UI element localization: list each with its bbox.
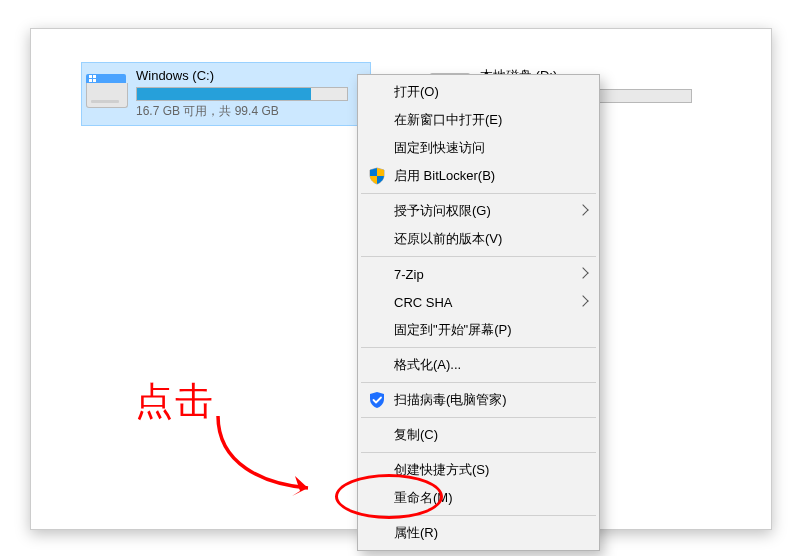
menu-separator [361,452,596,453]
menu-bitlocker[interactable]: 启用 BitLocker(B) [360,162,597,190]
menu-properties[interactable]: 属性(R) [360,519,597,547]
menu-separator [361,256,596,257]
menu-separator [361,382,596,383]
menu-pin-quick-access[interactable]: 固定到快速访问 [360,134,597,162]
menu-crc-sha[interactable]: CRC SHA [360,288,597,316]
menu-scan-virus[interactable]: 扫描病毒(电脑管家) [360,386,597,414]
menu-separator [361,417,596,418]
chevron-right-icon [577,267,588,278]
menu-separator [361,515,596,516]
menu-open[interactable]: 打开(O) [360,78,597,106]
drive-c[interactable]: Windows (C:) 16.7 GB 可用，共 99.4 GB [81,62,371,126]
menu-copy[interactable]: 复制(C) [360,421,597,449]
menu-rename[interactable]: 重命名(M) [360,484,597,512]
drive-c-usage-bar [136,87,348,101]
menu-restore-previous[interactable]: 还原以前的版本(V) [360,225,597,253]
chevron-right-icon [577,295,588,306]
chevron-right-icon [577,204,588,215]
explorer-window: Windows (C:) 16.7 GB 可用，共 99.4 GB 本地磁盘 (… [30,28,772,530]
shield-icon [368,167,386,185]
context-menu: 打开(O) 在新窗口中打开(E) 固定到快速访问 启用 BitLocker(B)… [357,74,600,551]
menu-format[interactable]: 格式化(A)... [360,351,597,379]
menu-grant-access[interactable]: 授予访问权限(G) [360,197,597,225]
drive-c-name: Windows (C:) [136,68,366,83]
menu-7zip[interactable]: 7-Zip [360,260,597,288]
menu-separator [361,193,596,194]
drive-c-subtext: 16.7 GB 可用，共 99.4 GB [136,103,366,120]
menu-create-shortcut[interactable]: 创建快捷方式(S) [360,456,597,484]
menu-open-new-window[interactable]: 在新窗口中打开(E) [360,106,597,134]
drive-icon [86,74,126,114]
menu-separator [361,347,596,348]
menu-pin-start[interactable]: 固定到"开始"屏幕(P) [360,316,597,344]
antivirus-icon [368,391,386,409]
